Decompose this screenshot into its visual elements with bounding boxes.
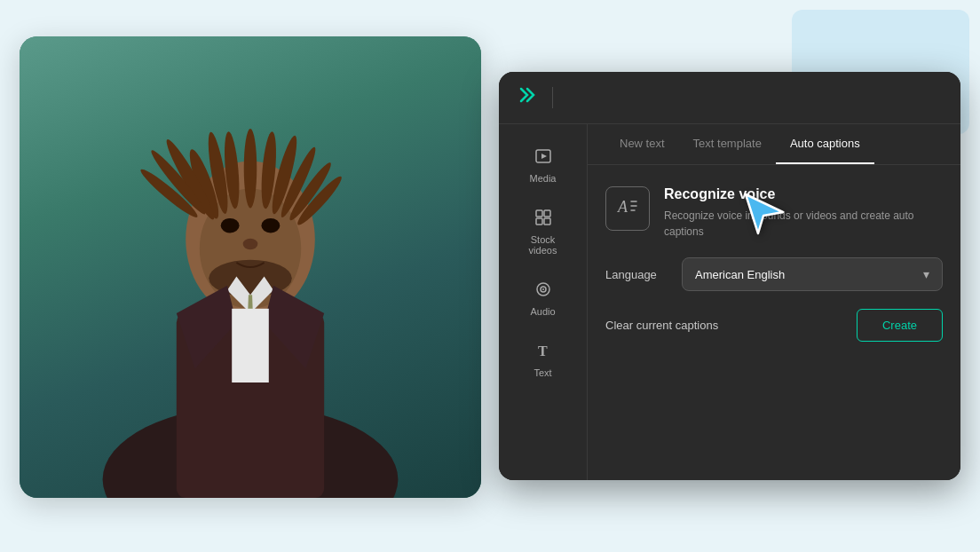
photo-bg [20, 36, 481, 498]
text-icon: T [534, 342, 552, 364]
svg-marker-27 [541, 154, 547, 159]
auto-caption-icon: A [615, 194, 640, 224]
recognize-voice-title: Recognize voice [664, 186, 943, 202]
language-selected-value: American English [695, 268, 785, 281]
language-select-dropdown[interactable]: American English ▾ [682, 257, 943, 291]
recognize-voice-text: Recognize voice Recognize voice in sound… [664, 186, 943, 240]
sidebar-text-label: Text [533, 367, 551, 378]
scene: Media Stock videos [20, 19, 960, 533]
svg-point-15 [244, 129, 257, 208]
recognize-voice-desc: Recognize voice in sounds or videos and … [664, 208, 943, 240]
svg-point-34 [542, 288, 544, 290]
sidebar-audio-label: Audio [530, 306, 555, 317]
sidebar-media-label: Media [530, 173, 557, 184]
panel-header [499, 72, 960, 124]
sidebar-item-text[interactable]: T Text [506, 333, 581, 387]
svg-rect-30 [536, 218, 542, 225]
svg-point-7 [243, 239, 258, 249]
sidebar-item-media[interactable]: Media [506, 138, 581, 193]
language-row: Language American English ▾ [605, 257, 943, 291]
language-label: Language [605, 268, 668, 281]
tab-new-text[interactable]: New text [605, 124, 679, 164]
tabs-bar: New text Text template Auto captions [588, 124, 960, 165]
photo-card [20, 36, 481, 498]
svg-rect-29 [544, 210, 550, 217]
svg-rect-31 [544, 218, 550, 225]
sidebar-item-stock-videos[interactable]: Stock videos [506, 200, 581, 264]
svg-marker-37 [746, 194, 783, 233]
actions-row: Clear current captions Create [605, 309, 943, 342]
chevron-down-icon: ▾ [923, 267, 929, 281]
app-panel: Media Stock videos [499, 72, 960, 480]
app-logo-icon [517, 84, 538, 111]
main-content: New text Text template Auto captions A [588, 124, 960, 480]
audio-icon [534, 280, 552, 303]
person-illustration [20, 36, 481, 498]
tab-auto-captions[interactable]: Auto captions [776, 124, 874, 164]
clear-captions-button[interactable]: Clear current captions [605, 310, 718, 341]
svg-point-5 [221, 218, 240, 233]
svg-rect-25 [232, 309, 269, 382]
tab-text-template[interactable]: Text template [679, 124, 776, 164]
sidebar-stock-videos-label: Stock videos [517, 234, 570, 256]
svg-text:T: T [538, 343, 548, 359]
stock-videos-icon [534, 209, 552, 231]
create-button[interactable]: Create [857, 309, 943, 342]
svg-text:A: A [617, 198, 628, 216]
recognize-voice-icon-box: A [605, 186, 650, 231]
sidebar: Media Stock videos [499, 124, 588, 480]
panel-body: Media Stock videos [499, 124, 960, 480]
svg-point-6 [261, 218, 280, 233]
svg-rect-28 [536, 210, 542, 217]
media-icon [534, 147, 552, 170]
sidebar-item-audio[interactable]: Audio [506, 272, 581, 326]
header-divider [552, 87, 553, 108]
